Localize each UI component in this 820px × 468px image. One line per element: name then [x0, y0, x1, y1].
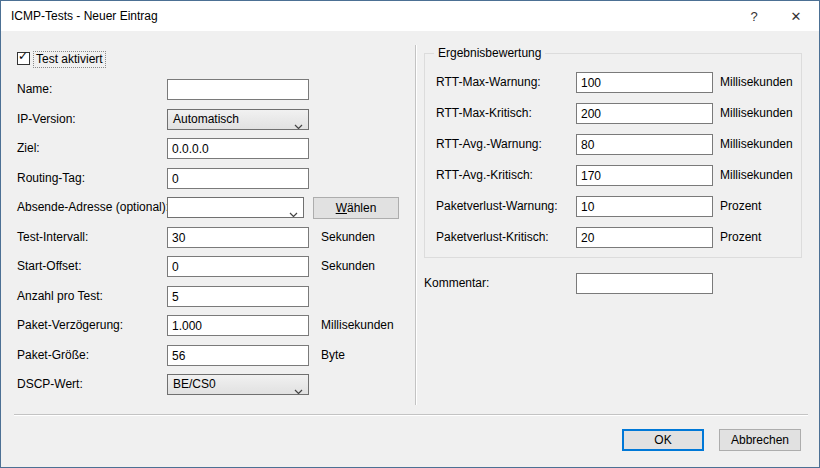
paket-groesse-label: Paket-Größe: [17, 345, 89, 366]
footer-divider [14, 414, 808, 416]
paketverlust-warnung-label: Paketverlust-Warnung: [436, 196, 558, 217]
paketverlust-kritisch-row: Paketverlust-Kritisch: Prozent [1, 227, 819, 248]
paketverlust-kritisch-input[interactable] [576, 227, 713, 248]
rtt-avg-warnung-input[interactable] [576, 134, 713, 155]
dialog-title: ICMP-Tests - Neuer Eintrag [1, 9, 158, 23]
rtt-avg-kritisch-label: RTT-Avg.-Kritisch: [436, 165, 533, 186]
help-button[interactable]: ? [735, 1, 773, 31]
close-icon: ✕ [791, 9, 802, 24]
kommentar-label: Kommentar: [424, 273, 489, 294]
icmp-tests-dialog: ICMP-Tests - Neuer Eintrag ? ✕ ✓ Test ak… [0, 0, 820, 468]
rtt-avg-kritisch-input[interactable] [576, 165, 713, 186]
paket-groesse-row: Paket-Größe: Byte [1, 345, 819, 366]
help-icon: ? [750, 9, 757, 24]
rtt-max-warnung-label: RTT-Max-Warnung: [436, 72, 541, 93]
rtt-max-warnung-row: RTT-Max-Warnung: Millisekunden [1, 72, 819, 93]
paketverlust-warnung-input[interactable] [576, 196, 713, 217]
rtt-max-kritisch-row: RTT-Max-Kritisch: Millisekunden [1, 103, 819, 124]
titlebar: ICMP-Tests - Neuer Eintrag ? ✕ [1, 1, 819, 31]
paketverlust-warnung-unit: Prozent [720, 196, 761, 217]
rtt-max-warnung-unit: Millisekunden [720, 72, 793, 93]
chevron-down-icon [294, 382, 303, 395]
check-icon: ✓ [18, 50, 28, 63]
ergebnisbewertung-title: Ergebnisbewertung [434, 46, 545, 60]
paket-groesse-input[interactable] [167, 345, 309, 366]
kommentar-input[interactable] [576, 273, 713, 294]
kommentar-row: Kommentar: [1, 273, 819, 294]
dscp-wert-row: DSCP-Wert: BE/CS0 [1, 374, 819, 395]
rtt-avg-kritisch-unit: Millisekunden [720, 165, 793, 186]
paket-groesse-unit: Byte [321, 345, 345, 366]
rtt-max-warnung-input[interactable] [576, 72, 713, 93]
test-aktiviert-label[interactable]: Test aktiviert [33, 51, 106, 68]
dscp-wert-label: DSCP-Wert: [17, 374, 83, 395]
paket-verzoegerung-row: Paket-Verzögerung: Millisekunden [1, 315, 819, 336]
rtt-max-kritisch-unit: Millisekunden [720, 103, 793, 124]
paketverlust-kritisch-label: Paketverlust-Kritisch: [436, 227, 549, 248]
paket-verzoegerung-input[interactable] [167, 315, 309, 336]
rtt-avg-warnung-unit: Millisekunden [720, 134, 793, 155]
paketverlust-kritisch-unit: Prozent [720, 227, 761, 248]
rtt-max-kritisch-label: RTT-Max-Kritisch: [436, 103, 532, 124]
titlebar-buttons: ? ✕ [735, 1, 819, 31]
dscp-wert-select[interactable]: BE/CS0 [167, 374, 309, 395]
rtt-max-kritisch-input[interactable] [576, 103, 713, 124]
paketverlust-warnung-row: Paketverlust-Warnung: Prozent [1, 196, 819, 217]
cancel-button[interactable]: Abbrechen [719, 429, 801, 451]
paket-verzoegerung-label: Paket-Verzögerung: [17, 315, 123, 336]
test-aktiviert-checkbox[interactable]: ✓ [17, 52, 30, 65]
rtt-avg-warnung-label: RTT-Avg.-Warnung: [436, 134, 542, 155]
rtt-avg-kritisch-row: RTT-Avg.-Kritisch: Millisekunden [1, 165, 819, 186]
paket-verzoegerung-unit: Millisekunden [321, 315, 394, 336]
column-divider [415, 45, 417, 405]
dscp-wert-value: BE/CS0 [173, 377, 216, 391]
ok-button[interactable]: OK [622, 429, 704, 451]
close-button[interactable]: ✕ [773, 1, 819, 31]
rtt-avg-warnung-row: RTT-Avg.-Warnung: Millisekunden [1, 134, 819, 155]
